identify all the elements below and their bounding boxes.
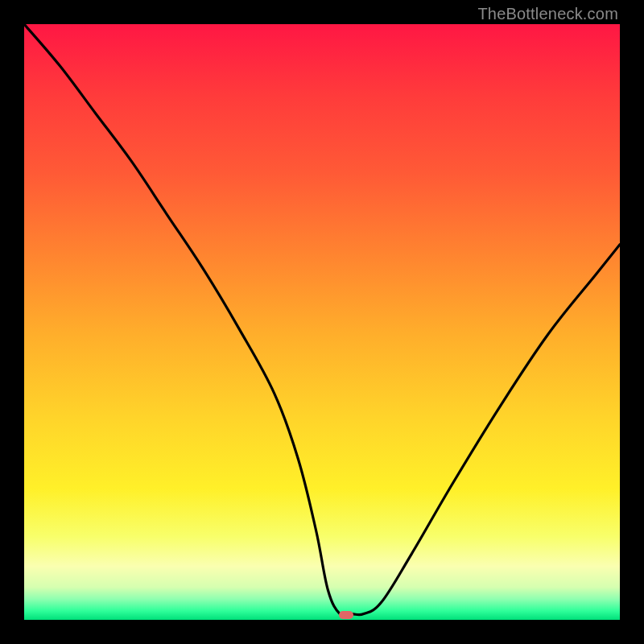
bottleneck-curve xyxy=(24,24,620,620)
chart-frame: TheBottleneck.com xyxy=(0,0,644,644)
optimal-marker xyxy=(339,611,353,619)
watermark-text: TheBottleneck.com xyxy=(477,5,618,23)
plot-area xyxy=(24,24,620,620)
